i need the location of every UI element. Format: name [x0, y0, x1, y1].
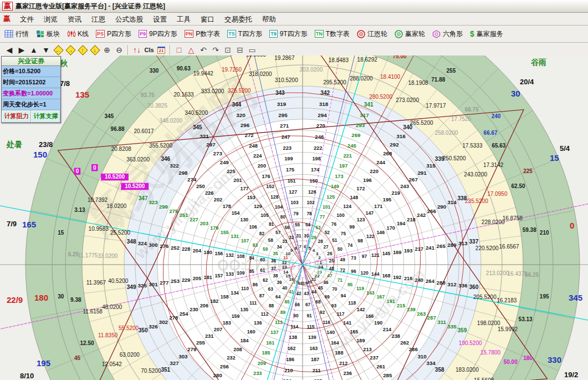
tool-maximize[interactable]: ⊡	[222, 44, 234, 55]
tool-nav-right[interactable]: ▶	[16, 44, 28, 55]
menu-8[interactable]: 交易委托	[219, 14, 257, 24]
svg-text:83: 83	[253, 242, 258, 248]
svg-text:163: 163	[309, 346, 318, 351]
svg-text:62: 62	[263, 277, 268, 283]
deg-165: 165	[22, 220, 36, 229]
svg-text:155: 155	[221, 230, 229, 235]
toolbar-kline-label: K线	[78, 29, 89, 39]
menu-5[interactable]: 设置	[148, 14, 172, 24]
svg-text:325.5200: 325.5200	[228, 88, 251, 94]
svg-text:19.2867: 19.2867	[274, 55, 295, 61]
menu-0[interactable]: 文件	[15, 14, 39, 24]
tool-pan-down[interactable]: ↓	[89, 44, 101, 55]
menu-7[interactable]: 窗口	[196, 14, 219, 24]
menu-6[interactable]: 工具	[172, 14, 196, 24]
toolbar-sectors-label: 板块	[47, 29, 60, 39]
svg-text:231: 231	[205, 333, 214, 339]
menu-2[interactable]: 资讯	[63, 14, 86, 24]
tool-zoom-in[interactable]: ⊕	[101, 44, 113, 55]
svg-text:235.5200: 235.5200	[465, 198, 488, 204]
svg-text:30: 30	[58, 293, 64, 300]
tool-pan-up[interactable]: ↑	[76, 44, 89, 55]
svg-text:252: 252	[171, 245, 180, 251]
toolbar-p-square[interactable]: PSP四方形	[96, 29, 131, 39]
tool-up-down-marker[interactable]: ↑↓	[131, 44, 143, 55]
toolbar-t-number-table[interactable]: TNT数字表	[315, 29, 350, 39]
svg-text:105: 105	[260, 212, 269, 218]
toolbar-separator	[127, 45, 129, 55]
tool-rotate-cw[interactable]: ↷	[209, 44, 222, 55]
svg-text:85: 85	[249, 268, 254, 274]
svg-text:189: 189	[356, 338, 365, 343]
toolbar-p-number-table[interactable]: PNP数字表	[185, 29, 221, 39]
svg-text:327: 327	[170, 360, 179, 366]
tool-calendar[interactable]: 21	[155, 44, 167, 55]
tool-draw-square[interactable]: □	[173, 44, 185, 55]
svg-text:179: 179	[210, 225, 218, 231]
menu-4[interactable]: 公式选股	[110, 14, 148, 24]
svg-text:125: 125	[326, 194, 335, 200]
svg-text:183.0200: 183.0200	[456, 367, 479, 373]
toolbar-quotes[interactable]: 行情	[4, 29, 29, 39]
toolbar-9p-square[interactable]: P99P四方形	[139, 29, 177, 39]
winner-wheel-icon	[395, 30, 403, 38]
toolbar-winner-service[interactable]: $赢家服务	[470, 29, 503, 39]
svg-text:124: 124	[343, 204, 351, 209]
svg-text:90.63: 90.63	[177, 65, 191, 72]
calc-support-button[interactable]: 计算支撑	[31, 110, 60, 123]
tool-cls[interactable]: Cls	[143, 44, 155, 55]
tool-nav-left[interactable]: ◀	[3, 44, 16, 55]
tool-rotate-ccw[interactable]: ↶	[197, 44, 209, 55]
toolbar-t-square[interactable]: TST四方形	[227, 29, 262, 39]
svg-text:16.6567: 16.6567	[499, 244, 520, 250]
tool-board[interactable]: ▭	[246, 44, 258, 55]
svg-text:17.0950: 17.0950	[487, 191, 508, 197]
tool-rotate-back[interactable]: ▲	[28, 44, 40, 55]
svg-text:137: 137	[270, 330, 279, 335]
svg-text:223: 223	[283, 145, 292, 151]
svg-text:17.5333: 17.5333	[462, 143, 483, 149]
svg-text:102: 102	[307, 200, 315, 205]
svg-text:288: 288	[437, 280, 446, 286]
svg-text:183: 183	[223, 320, 231, 326]
svg-text:16.2183: 16.2183	[497, 297, 517, 303]
toolbar-hexagon[interactable]: 六角形	[432, 29, 463, 39]
svg-text:213: 213	[363, 347, 371, 352]
toolbar-winner-wheel[interactable]: 赢家轮	[395, 29, 425, 39]
svg-text:56.25: 56.25	[525, 272, 539, 278]
menu-9[interactable]: 帮助	[257, 14, 281, 24]
toolbar-sectors[interactable]: 板块	[36, 29, 60, 39]
toolbar-kline[interactable]: K线	[67, 29, 89, 39]
svg-text:169: 169	[393, 250, 401, 255]
toolbar-9t-square[interactable]: T99T四方形	[269, 29, 308, 39]
tool-restore[interactable]: ⊟	[234, 44, 246, 55]
tool-draw-triangle[interactable]: △	[185, 44, 197, 55]
date-8-10: 8/10	[20, 372, 34, 380]
menu-1[interactable]: 浏览	[39, 14, 63, 24]
menu-3[interactable]: 江恩	[86, 14, 110, 24]
svg-text:32: 32	[289, 235, 294, 240]
svg-text:275: 275	[169, 208, 178, 214]
svg-text:191: 191	[387, 298, 395, 304]
svg-text:277: 277	[160, 280, 168, 286]
tool-pan-right[interactable]: →	[64, 44, 76, 55]
toolbar-gann-wheel[interactable]: 江恩轮	[357, 29, 387, 39]
svg-text:138: 138	[289, 335, 297, 340]
tool-zoom-out[interactable]: ⊖	[113, 44, 125, 55]
svg-text:246: 246	[315, 134, 324, 140]
svg-text:66.67: 66.67	[484, 130, 498, 136]
svg-text:310.5200: 310.5200	[275, 77, 298, 83]
gann-wheel-canvas[interactable]: 赢家财富网www.yingjia.comQQ:1731457646www.yin…	[0, 55, 588, 380]
svg-text:18.0200: 18.0200	[106, 203, 127, 209]
svg-text:117: 117	[337, 311, 345, 317]
svg-text:45: 45	[318, 286, 324, 291]
svg-text:218: 218	[407, 217, 416, 222]
svg-text:64: 64	[275, 294, 281, 300]
tool-rotate-fwd[interactable]: ▼	[40, 44, 52, 55]
svg-text:50.00: 50.00	[504, 359, 518, 365]
calc-resistance-button[interactable]: 计算阻力	[2, 110, 31, 123]
tool-pan-left[interactable]: ←	[52, 44, 64, 55]
svg-text:311: 311	[437, 319, 446, 325]
svg-text:360: 360	[469, 284, 478, 290]
child-window-icon[interactable]: 赢	[3, 14, 11, 24]
